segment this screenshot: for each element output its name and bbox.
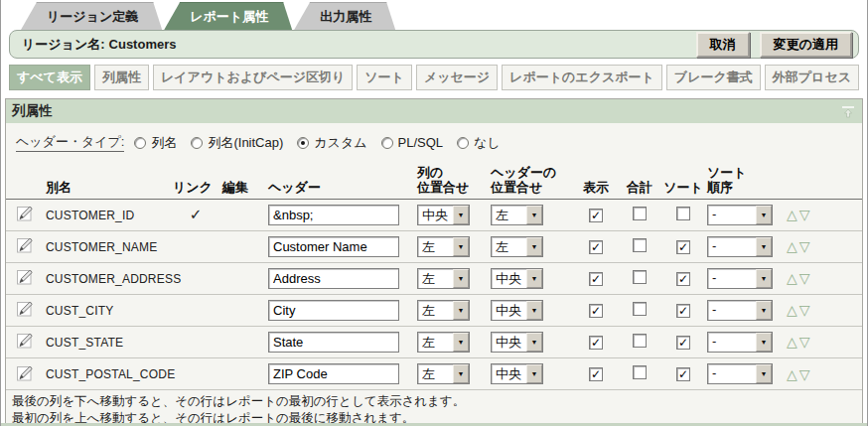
header-text-input[interactable]: [268, 363, 399, 384]
subtab-layout-pagination[interactable]: レイアウトおよびページ区切り: [153, 65, 353, 90]
sum-checkbox[interactable]: [633, 302, 647, 316]
subtab-sort[interactable]: ソート: [357, 65, 412, 90]
header-align-select[interactable]: 中央 ▼: [491, 332, 543, 353]
edit-row-icon[interactable]: [16, 267, 35, 286]
col-align-select[interactable]: 左 ▼: [417, 236, 470, 257]
header-text-input[interactable]: [268, 268, 399, 289]
edit-row-icon[interactable]: [16, 235, 35, 254]
sort-order-select[interactable]: - ▼: [707, 236, 773, 257]
header-align-select[interactable]: 中央 ▼: [491, 300, 543, 321]
col-align-select[interactable]: 左 ▼: [417, 268, 470, 289]
display-checkbox[interactable]: [589, 240, 603, 254]
sort-order-select[interactable]: - ▼: [707, 363, 773, 384]
subtab-external-processing[interactable]: 外部プロセス: [765, 65, 859, 90]
move-up-icon[interactable]: △: [787, 238, 797, 254]
header-align-select[interactable]: 左 ▼: [491, 205, 543, 225]
page-tab-bar: リージョン定義 レポート属性 出力属性: [1, 0, 867, 30]
edit-row-icon[interactable]: [16, 331, 35, 350]
table-header-row: 別名 リンク 編集 ヘッダー 列の 位置合せ ヘッダーの 位置合せ 表示 合計 …: [6, 164, 862, 199]
edit-row-icon[interactable]: [16, 363, 35, 382]
radio-none[interactable]: [457, 137, 469, 149]
move-down-icon[interactable]: ▽: [799, 334, 810, 350]
subtab-break-formatting[interactable]: ブレーク書式: [666, 65, 761, 90]
tab-output-attributes[interactable]: 出力属性: [294, 2, 395, 30]
dropdown-arrow-icon: ▼: [756, 364, 772, 383]
column-alias: CUSTOMER_NAME: [46, 240, 157, 254]
move-up-icon[interactable]: △: [787, 366, 797, 382]
header-text-input[interactable]: [268, 300, 399, 321]
link-checkmark-icon: [190, 208, 203, 222]
move-up-icon[interactable]: △: [787, 334, 797, 350]
sort-checkbox[interactable]: [676, 207, 690, 220]
col-align-select[interactable]: 中央 ▼: [417, 205, 470, 225]
tab-report-attributes[interactable]: レポート属性: [164, 2, 292, 30]
table-row: CUST_POSTAL_CODE 左 ▼ 中央 ▼ - ▼ △▽: [6, 357, 862, 389]
columns-table: 別名 リンク 編集 ヘッダー 列の 位置合せ ヘッダーの 位置合せ 表示 合計 …: [6, 164, 862, 389]
sort-checkbox[interactable]: [676, 240, 690, 254]
tab-region-definition[interactable]: リージョン定義: [21, 2, 162, 30]
header-align-select[interactable]: 中央 ▼: [491, 363, 543, 384]
sort-order-select[interactable]: - ▼: [707, 268, 773, 289]
column-alias: CUST_CITY: [46, 304, 113, 318]
dropdown-arrow-icon: ▼: [453, 206, 469, 224]
sort-checkbox[interactable]: [676, 272, 690, 286]
radio-plsql[interactable]: [381, 137, 393, 149]
move-down-icon[interactable]: ▽: [799, 302, 810, 318]
move-up-icon[interactable]: △: [787, 270, 797, 286]
header-text-input[interactable]: [268, 205, 399, 225]
dropdown-arrow-icon: ▼: [526, 301, 542, 320]
header-align-select[interactable]: 左 ▼: [491, 236, 543, 257]
header-header-align: ヘッダーの 位置合せ: [489, 164, 574, 199]
dropdown-arrow-icon: ▼: [453, 269, 469, 288]
move-down-icon[interactable]: ▽: [799, 366, 810, 382]
header-align-select[interactable]: 中央 ▼: [491, 268, 543, 289]
sort-order-select[interactable]: - ▼: [707, 300, 773, 321]
sort-order-select[interactable]: - ▼: [707, 332, 773, 353]
sort-order-select[interactable]: - ▼: [707, 205, 773, 225]
col-align-select[interactable]: 左 ▼: [417, 300, 470, 321]
header-text-input[interactable]: [268, 332, 399, 353]
display-checkbox[interactable]: [589, 367, 603, 381]
header-type-label[interactable]: ヘッダー・タイプ:: [16, 133, 124, 152]
column-attributes-region: 列属性 ヘッダー・タイプ: 列名 列名(InitCap) カスタム: [5, 98, 863, 426]
sum-checkbox[interactable]: [633, 238, 647, 252]
col-align-select[interactable]: 左 ▼: [417, 363, 470, 384]
sum-checkbox[interactable]: [633, 207, 647, 220]
sort-checkbox[interactable]: [676, 336, 690, 350]
display-checkbox[interactable]: [589, 336, 603, 350]
move-down-icon[interactable]: ▽: [799, 270, 810, 286]
move-down-icon[interactable]: ▽: [799, 207, 810, 222]
footer-notes: 最後の列を下へ移動すると、その行はレポートの最初の行として表示されます。 最初の…: [6, 389, 862, 426]
subtab-show-all[interactable]: すべて表示: [9, 65, 90, 90]
apply-changes-button[interactable]: 変更の適用: [760, 32, 852, 58]
cancel-button[interactable]: 取消: [696, 32, 750, 58]
display-checkbox[interactable]: [589, 209, 603, 222]
radio-column-name[interactable]: [134, 137, 146, 149]
subtab-column-attributes[interactable]: 列属性: [94, 65, 149, 90]
subtab-messages[interactable]: メッセージ: [416, 65, 498, 90]
dropdown-arrow-icon: ▼: [526, 206, 542, 224]
edit-row-icon[interactable]: [16, 299, 35, 318]
col-align-select[interactable]: 左 ▼: [417, 332, 470, 353]
table-row: CUSTOMER_NAME 左 ▼ 左 ▼ - ▼ △▽: [6, 230, 862, 262]
move-up-icon[interactable]: △: [787, 207, 797, 222]
edit-row-icon[interactable]: [16, 204, 35, 222]
move-down-icon[interactable]: ▽: [799, 238, 810, 254]
header-text-input[interactable]: [268, 236, 399, 257]
sort-checkbox[interactable]: [676, 304, 690, 318]
radio-option-custom: カスタム: [297, 134, 366, 152]
sort-checkbox[interactable]: [676, 367, 690, 381]
sum-checkbox[interactable]: [633, 365, 647, 379]
subtab-report-export[interactable]: レポートのエクスポート: [502, 65, 662, 90]
radio-initcap[interactable]: [191, 137, 203, 149]
display-checkbox[interactable]: [589, 304, 603, 318]
dropdown-arrow-icon: ▼: [526, 269, 542, 288]
sum-checkbox[interactable]: [633, 334, 647, 348]
scroll-to-top-icon[interactable]: [840, 104, 856, 119]
dropdown-arrow-icon: ▼: [756, 269, 772, 288]
radio-custom[interactable]: [297, 137, 309, 149]
header-header: ヘッダー: [266, 164, 415, 199]
sum-checkbox[interactable]: [633, 270, 647, 284]
move-up-icon[interactable]: △: [787, 302, 797, 318]
display-checkbox[interactable]: [589, 272, 603, 286]
